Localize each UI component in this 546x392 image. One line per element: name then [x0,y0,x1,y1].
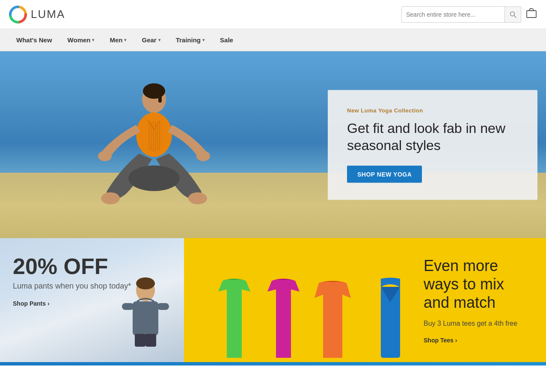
svg-point-5 [143,83,165,99]
shop-tees-link[interactable]: Shop Tees › [424,337,533,344]
cart-icon [525,7,537,19]
search-button[interactable] [504,7,521,22]
svg-rect-3 [527,11,536,18]
navbar: What's New Women ▾ Men ▾ Gear ▾ Training… [0,29,546,51]
blue-tank-svg [366,277,415,362]
orange-tank-svg [308,277,357,362]
svg-rect-25 [135,334,145,347]
pants-banner-content: 20% OFF Luma pants when you shop today* … [13,255,171,307]
pink-tank-svg [259,277,308,362]
chevron-down-icon: ▾ [158,38,160,42]
svg-point-18 [101,192,120,204]
tees-promo-content: Even more ways to mix and match Buy 3 Lu… [415,244,546,357]
hero-banner: New Luma Yoga Collection Get fit and loo… [0,51,546,238]
nav-item-women[interactable]: Women ▾ [60,29,102,51]
cart-button[interactable] [525,7,537,22]
svg-point-19 [188,192,207,204]
banner-pants: 20% OFF Luma pants when you shop today* … [0,238,184,362]
site-header: LUMA [0,0,546,29]
search-icon [510,11,516,18]
tees-promo-subtitle: Buy 3 Luma tees get a 4th free [424,319,533,328]
logo-icon [9,5,27,24]
svg-point-17 [128,165,180,191]
promo-title: Get fit and look fab in new seasonal sty… [347,119,518,153]
arrow-icon: › [47,300,50,307]
svg-point-8 [136,112,172,157]
nav-items: What's New Women ▾ Men ▾ Gear ▾ Training… [9,29,241,51]
svg-point-16 [196,151,210,161]
promo-subtitle: New Luma Yoga Collection [347,107,518,113]
nav-item-whats-new[interactable]: What's New [9,29,60,51]
yoga-figure-svg [90,76,218,212]
bottom-accent-bar [0,362,546,365]
nav-item-sale[interactable]: Sale [212,29,241,51]
shop-pants-link[interactable]: Shop Pants › [13,300,171,307]
svg-point-15 [98,151,112,161]
nav-item-men[interactable]: Men ▾ [102,29,134,51]
svg-rect-26 [145,334,156,347]
nav-item-training[interactable]: Training ▾ [168,29,212,51]
chevron-down-icon: ▾ [202,38,205,42]
shop-new-yoga-button[interactable]: Shop New Yoga [347,165,422,183]
hero-promo-card: New Luma Yoga Collection Get fit and loo… [328,90,537,200]
logo-text: LUMA [31,8,65,21]
green-tank-svg [210,277,259,362]
arrow-icon: › [455,337,457,344]
svg-line-2 [514,15,516,18]
tees-promo-title: Even more ways to mix and match [424,256,533,312]
pants-promo-text: Luma pants when you shop today* [13,281,171,292]
header-right [401,6,537,23]
chevron-down-icon: ▾ [92,38,94,42]
logo-area[interactable]: LUMA [9,5,65,24]
hero-figure [86,63,223,212]
pants-discount-text: 20% OFF [13,255,171,277]
search-box[interactable] [401,6,521,23]
bottom-banners: 20% OFF Luma pants when you shop today* … [0,238,546,362]
banner-tees: Even more ways to mix and match Buy 3 Lu… [184,238,546,362]
chevron-down-icon: ▾ [124,38,126,42]
svg-rect-6 [158,88,162,103]
nav-item-gear[interactable]: Gear ▾ [134,29,168,51]
tees-shirts-area [184,238,415,362]
search-input[interactable] [402,7,504,22]
